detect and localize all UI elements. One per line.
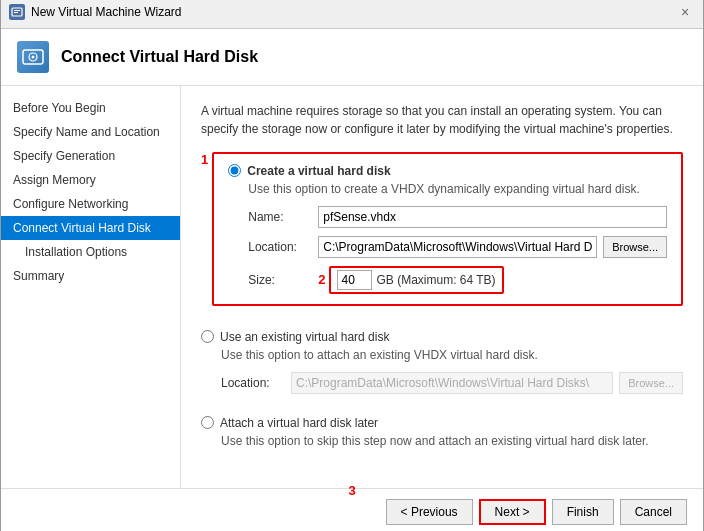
window-icon [9,4,25,20]
existing-vhd-section: Use an existing virtual hard disk Use th… [201,330,683,402]
sidebar-item-before-you-begin[interactable]: Before You Begin [1,96,180,120]
sidebar-item-generation[interactable]: Specify Generation [1,144,180,168]
existing-location-label: Location: [221,376,291,390]
finish-button[interactable]: Finish [552,499,614,525]
location-input[interactable] [318,236,597,258]
cancel-button[interactable]: Cancel [620,499,687,525]
sidebar-item-summary[interactable]: Summary [1,264,180,288]
wizard-window: New Virtual Machine Wizard × Connect Vir… [0,0,704,531]
name-row: Name: [248,206,667,228]
location-row: Location: Browse... [248,236,667,258]
title-bar: New Virtual Machine Wizard × [1,0,703,29]
sidebar-item-memory[interactable]: Assign Memory [1,168,180,192]
svg-rect-1 [14,10,20,11]
svg-rect-2 [14,12,18,13]
content-area: Before You Begin Specify Name and Locati… [1,86,703,488]
attach-later-label[interactable]: Attach a virtual hard disk later [220,416,378,430]
attach-later-sub-desc: Use this option to skip this step now an… [221,434,683,448]
existing-vhd-radio-row: Use an existing virtual hard disk [201,330,683,344]
create-vhd-section: Create a virtual hard disk Use this opti… [212,152,683,306]
size-row: Size: 2 GB (Maximum: 64 TB) [248,266,667,294]
size-section: GB (Maximum: 64 TB) [329,266,503,294]
sidebar-item-virtual-hard-disk[interactable]: Connect Virtual Hard Disk [1,216,180,240]
attach-later-radio-row: Attach a virtual hard disk later [201,416,683,430]
title-bar-left: New Virtual Machine Wizard [9,4,182,20]
sidebar-item-networking[interactable]: Configure Networking [1,192,180,216]
footer: 3 < Previous Next > Finish Cancel [1,488,703,532]
name-label: Name: [248,210,318,224]
step2-label: 2 [318,272,325,287]
create-vhd-radio-row: Create a virtual hard disk [228,164,667,178]
sidebar: Before You Begin Specify Name and Locati… [1,86,181,488]
attach-later-section: Attach a virtual hard disk later Use thi… [201,416,683,458]
close-button[interactable]: × [675,2,695,22]
size-label: Size: [248,273,318,287]
create-vhd-label[interactable]: Create a virtual hard disk [247,164,390,178]
step1-label: 1 [201,152,208,167]
description-text: A virtual machine requires storage so th… [201,102,683,138]
existing-vhd-radio[interactable] [201,330,214,343]
sidebar-item-name-location[interactable]: Specify Name and Location [1,120,180,144]
step3-label: 3 [348,483,355,498]
window-title: New Virtual Machine Wizard [31,5,182,19]
wizard-header: Connect Virtual Hard Disk [1,29,703,86]
previous-button[interactable]: < Previous [386,499,473,525]
header-icon [17,41,49,73]
main-content: A virtual machine requires storage so th… [181,86,703,488]
existing-vhd-label[interactable]: Use an existing virtual hard disk [220,330,389,344]
existing-location-input [291,372,613,394]
svg-point-5 [32,55,35,58]
location-label: Location: [248,240,318,254]
existing-location-row: Location: Browse... [221,372,683,394]
attach-later-radio[interactable] [201,416,214,429]
existing-vhd-sub-desc: Use this option to attach an existing VH… [221,348,683,362]
wizard-title: Connect Virtual Hard Disk [61,48,258,66]
browse-button-2: Browse... [619,372,683,394]
name-input[interactable] [318,206,667,228]
sidebar-item-installation[interactable]: Installation Options [1,240,180,264]
browse-button-1[interactable]: Browse... [603,236,667,258]
size-unit: GB (Maximum: 64 TB) [376,273,495,287]
create-vhd-radio[interactable] [228,164,241,177]
next-button[interactable]: Next > [479,499,546,525]
create-vhd-sub-desc: Use this option to create a VHDX dynamic… [248,182,667,196]
size-input[interactable] [337,270,372,290]
